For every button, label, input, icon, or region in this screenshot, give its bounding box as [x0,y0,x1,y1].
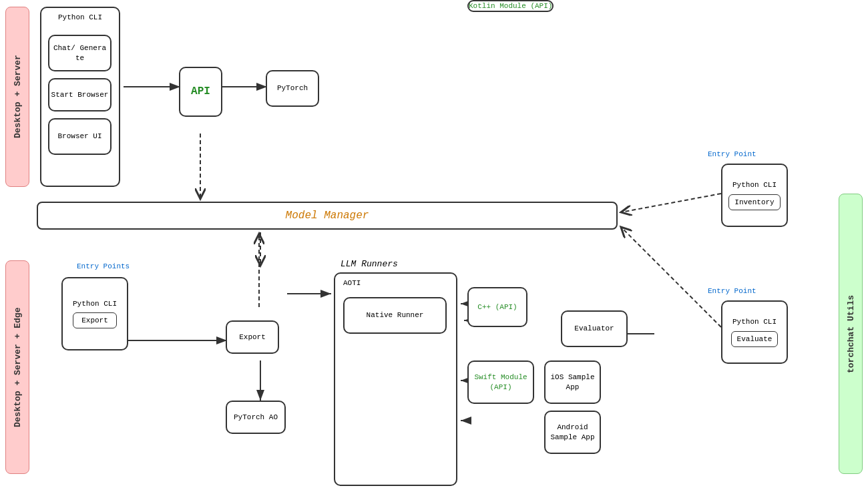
swift-module-box: Swift Module (API) [467,360,534,404]
api-box: API [179,67,222,117]
browser-ui-box: Browser UI [48,118,112,155]
evaluate-python-cli-label: Python CLI [731,317,779,326]
entry-points-label: Entry Points [77,262,130,270]
ios-sample-box: iOS Sample App [544,360,601,404]
svg-line-11 [621,227,721,327]
python-cli-export-group: Python CLI Export [61,277,128,350]
native-runner-box: Native Runner [343,297,447,334]
inventory-inner-box: Inventory [728,194,780,210]
pytorch-box: PyTorch [266,70,319,107]
evaluate-inner-box: Evaluate [731,331,779,347]
export-box: Export [226,320,279,354]
python-cli-group-top: Python CLI Chat/ Genera te Start Browser… [40,7,120,187]
kotlin-module-box: Kotlin Module (API) [467,0,554,12]
entry-point-evaluate-label: Entry Point [708,287,756,295]
aoti-group: AOTI Native Runner ExecuTorch ExecuTorch… [334,272,457,486]
model-manager-bar: Model Manager [37,202,618,230]
python-cli-export-label: Python CLI [73,299,117,308]
python-cli-evaluate-box: Python CLI Evaluate [721,300,788,364]
sidebar-torchchat-utils: torchchat Utils [839,194,863,474]
sidebar-desktop-server-edge: Desktop + Server + Edge [5,260,29,474]
llm-runners-label: LLM Runners [341,259,398,269]
python-cli-inventory-box: Python CLI Inventory [721,164,788,227]
aoti-label: AOTI [343,279,361,287]
start-browser-box: Start Browser [48,78,112,111]
pytorch-ao-box: PyTorch AO [226,401,286,434]
android-sample-box: Android Sample App [544,411,601,454]
sidebar-desktop-server: Desktop + Server [5,7,29,187]
evaluator-box: Evaluator [561,310,628,347]
svg-line-10 [621,194,721,212]
export-inner-box: Export [73,312,117,328]
diagram-container: Desktop + Server Desktop + Server + Edge… [0,0,868,488]
entry-point-inventory-label: Entry Point [708,150,756,158]
inventory-python-cli-label: Python CLI [728,180,780,190]
chat-generate-box: Chat/ Genera te [48,35,112,71]
python-cli-top-label: Python CLI [58,13,102,21]
cpp-api-box: C++ (API) [467,287,527,327]
